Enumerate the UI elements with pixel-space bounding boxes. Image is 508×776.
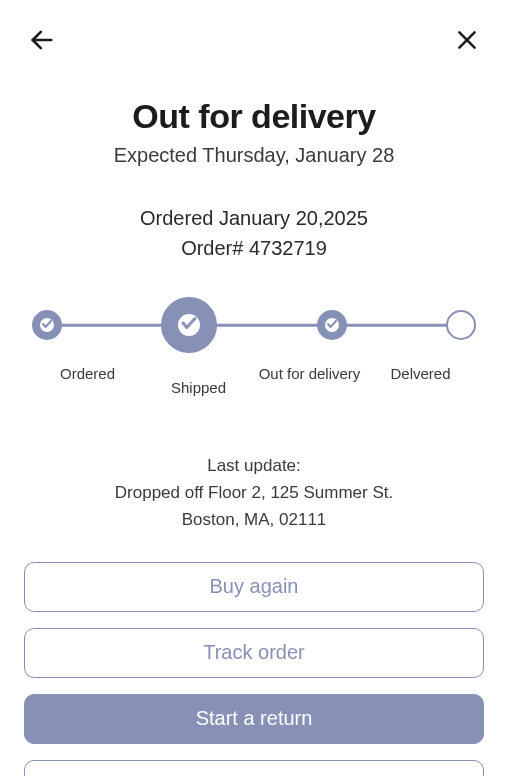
step-label-ordered: Ordered	[32, 365, 143, 396]
progress-segment	[59, 324, 174, 327]
step-dot-delivered	[446, 310, 476, 340]
close-icon	[454, 27, 480, 56]
track-order-button[interactable]: Track order	[24, 628, 484, 678]
progress-tracker: Ordered Shipped Out for delivery Delvere…	[0, 297, 508, 396]
progress-segment	[334, 324, 449, 327]
progress-labels: Ordered Shipped Out for delivery Delvere…	[32, 365, 476, 396]
update-line2: Boston, MA, 02111	[24, 506, 484, 533]
header-bar	[0, 0, 508, 61]
action-buttons: Buy again Track order Start a return Get…	[0, 562, 508, 776]
title-block: Out for delivery Expected Thursday, Janu…	[0, 97, 508, 167]
get-help-button[interactable]: Get help	[24, 760, 484, 776]
progress-track	[32, 297, 476, 353]
step-label-out-for-delivery: Out for delivery	[254, 365, 365, 396]
order-meta: Ordered January 20,2025 Order# 4732719	[0, 203, 508, 263]
step-label-delivered: Delvered	[365, 365, 476, 396]
order-number: Order# 4732719	[0, 233, 508, 263]
update-heading: Last update:	[24, 452, 484, 479]
page-title: Out for delivery	[0, 97, 508, 136]
check-icon	[41, 316, 53, 334]
check-icon	[326, 316, 338, 334]
back-button[interactable]	[24, 22, 60, 61]
last-update: Last update: Dropped off Floor 2, 125 Su…	[0, 452, 508, 534]
step-label-shipped: Shipped	[143, 379, 254, 396]
step-dot-out-for-delivery	[317, 310, 347, 340]
expected-date: Expected Thursday, January 28	[0, 144, 508, 167]
ordered-date: Ordered January 20,2025	[0, 203, 508, 233]
buy-again-button[interactable]: Buy again	[24, 562, 484, 612]
update-line1: Dropped off Floor 2, 125 Summer St.	[24, 479, 484, 506]
step-dot-shipped	[161, 297, 217, 353]
close-button[interactable]	[450, 23, 484, 60]
check-icon	[180, 314, 198, 336]
start-return-button[interactable]: Start a return	[24, 694, 484, 744]
arrow-left-icon	[28, 26, 56, 57]
step-dot-ordered	[32, 310, 62, 340]
